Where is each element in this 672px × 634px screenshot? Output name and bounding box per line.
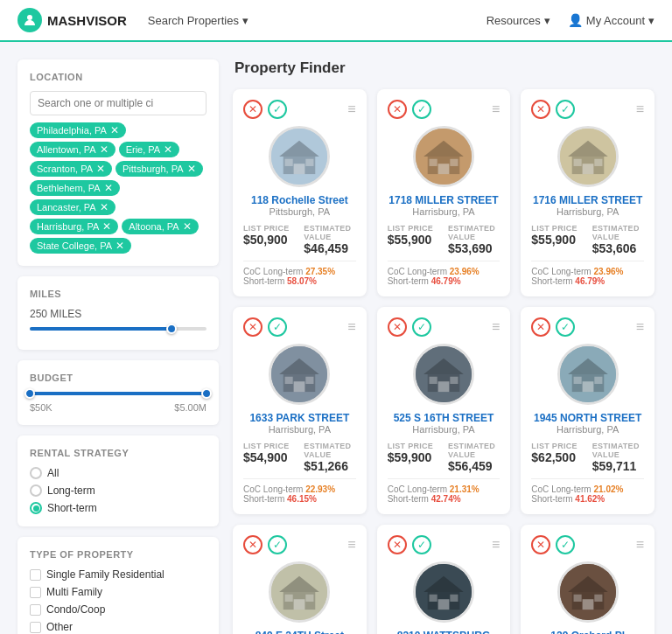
card-street[interactable]: 1718 MILLER STREET [388,194,500,206]
page-container: LOCATION Philadelphia, PA✕Allentown, PA✕… [0,42,672,634]
reject-button[interactable]: ✕ [388,317,407,337]
rental-strategy-option[interactable]: Long-term [30,484,206,497]
location-tag[interactable]: Altoona, PA✕ [122,219,198,234]
radio-circle [30,484,42,497]
svg-rect-52 [582,599,593,610]
reject-button[interactable]: ✕ [388,535,407,554]
accept-button[interactable]: ✓ [268,535,287,554]
rental-strategy-option[interactable]: All [30,467,206,479]
card-actions: ✕ ✓ [388,100,431,119]
property-card: ✕ ✓ ≡ 118 Rochelle Street Pittsburgh, PA [233,89,367,296]
card-header: ✕ ✓ ≡ [531,317,644,337]
card-menu-icon[interactable]: ≡ [347,537,355,553]
card-image [557,561,619,623]
remove-tag-icon[interactable]: ✕ [104,183,113,193]
card-menu-icon[interactable]: ≡ [347,101,355,117]
accept-button[interactable]: ✓ [412,100,431,119]
list-price-label: LIST PRICE [388,224,439,233]
est-value-value: $56,459 [448,459,500,473]
accept-button[interactable]: ✓ [556,317,575,337]
card-divider [531,478,644,479]
card-menu-icon[interactable]: ≡ [492,101,500,117]
card-address: 1945 NORTH STREET Harrisburg, PA [531,412,644,435]
accept-button[interactable]: ✓ [556,535,575,554]
card-menu-icon[interactable]: ≡ [636,537,644,553]
card-price-row: LIST PRICE $54,900 ESTIMATED VALUE $51,2… [243,442,356,473]
card-street[interactable]: 8310 WATTSBURG Road [388,630,500,634]
svg-rect-30 [450,377,458,384]
remove-tag-icon[interactable]: ✕ [187,164,196,174]
card-image-wrap [243,561,356,623]
location-tag[interactable]: Bethlehem, PA✕ [30,180,120,196]
card-menu-icon[interactable]: ≡ [347,319,355,335]
card-header: ✕ ✓ ≡ [388,535,500,554]
accept-button[interactable]: ✓ [556,100,575,119]
reject-button[interactable]: ✕ [243,100,262,119]
reject-button[interactable]: ✕ [531,100,550,119]
remove-tag-icon[interactable]: ✕ [110,125,119,136]
property-type-option[interactable]: Single Family Residential [30,568,206,581]
property-type-option[interactable]: Multi Family [30,586,206,598]
location-tag[interactable]: Harrisburg, PA✕ [30,219,118,234]
card-street[interactable]: 129 Orchard Pl [531,630,644,634]
reject-button[interactable]: ✕ [243,317,262,337]
remove-tag-icon[interactable]: ✕ [164,144,172,155]
card-divider [388,261,500,261]
coc-long-value: 23.96% [450,267,480,276]
location-tag[interactable]: Scranton, PA✕ [30,161,112,177]
remove-tag-icon[interactable]: ✕ [100,202,108,212]
reject-button[interactable]: ✕ [531,317,550,337]
remove-tag-icon[interactable]: ✕ [96,164,105,174]
card-street[interactable]: 1945 NORTH STREET [531,412,644,424]
miles-slider[interactable] [30,327,206,331]
card-menu-icon[interactable]: ≡ [492,537,500,553]
location-tag[interactable]: Philadelphia, PA✕ [30,122,126,138]
location-section: LOCATION Philadelphia, PA✕Allentown, PA✕… [18,59,219,266]
remove-tag-icon[interactable]: ✕ [183,221,192,232]
location-tag[interactable]: State College, PA✕ [30,238,131,254]
card-menu-icon[interactable]: ≡ [492,319,500,335]
location-search-input[interactable] [30,91,206,115]
card-header: ✕ ✓ ≡ [388,100,500,119]
rental-strategy-group: AllLong-termShort-term [30,467,206,514]
location-tag[interactable]: Pittsburgh, PA✕ [116,161,203,177]
card-street[interactable]: 849 E 24TH Street [243,630,356,634]
accept-button[interactable]: ✓ [412,535,431,554]
card-menu-icon[interactable]: ≡ [636,319,644,335]
search-properties-nav[interactable]: Search Properties ▾ [148,14,248,27]
property-type-option[interactable]: Condo/Coop [30,603,206,616]
reject-button[interactable]: ✕ [243,535,262,554]
est-value-label: ESTIMATED VALUE [592,442,644,459]
location-tag[interactable]: Allentown, PA✕ [30,142,116,157]
card-street[interactable]: 1716 MILLER STREET [531,194,644,206]
rental-strategy-option[interactable]: Short-term [30,502,206,514]
location-tag[interactable]: Erie, PA✕ [119,142,180,157]
resources-nav[interactable]: Resources ▾ [486,14,550,27]
account-nav[interactable]: 👤 My Account ▾ [568,13,654,27]
card-header: ✕ ✓ ≡ [243,100,356,119]
reject-button[interactable]: ✕ [388,100,407,119]
card-street[interactable]: 118 Rochelle Street [243,194,356,206]
list-price-value: $55,900 [531,233,583,247]
navbar: MASHVISOR Search Properties ▾ Resources … [0,0,672,42]
accept-button[interactable]: ✓ [412,317,431,337]
remove-tag-icon[interactable]: ✕ [102,221,111,232]
list-price-value: $55,900 [388,233,439,247]
card-street[interactable]: 525 S 16TH STREET [388,412,500,424]
property-type-option[interactable]: Other [30,621,206,633]
card-header: ✕ ✓ ≡ [243,535,356,554]
remove-tag-icon[interactable]: ✕ [116,240,124,251]
card-street[interactable]: 1633 PARK STREET [243,412,356,424]
accept-button[interactable]: ✓ [268,317,287,337]
svg-rect-35 [573,377,581,384]
accept-button[interactable]: ✓ [268,100,287,119]
budget-slider[interactable] [30,392,206,395]
card-image [413,561,474,623]
rental-strategy-section: RENTAL STRATEGY AllLong-termShort-term [18,435,219,526]
location-tag[interactable]: Lancaster, PA✕ [30,199,116,215]
remove-tag-icon[interactable]: ✕ [100,144,108,155]
coc-short-value: 41.62% [575,494,605,504]
reject-button[interactable]: ✕ [531,535,550,554]
card-menu-icon[interactable]: ≡ [636,101,644,117]
card-image-wrap [531,126,644,187]
